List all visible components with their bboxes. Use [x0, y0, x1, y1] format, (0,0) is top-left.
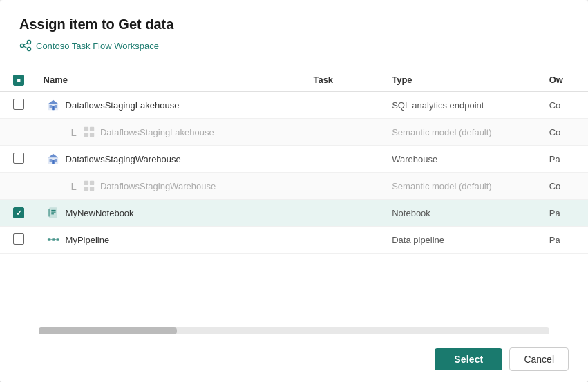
svg-rect-22: [90, 187, 94, 191]
table-row[interactable]: L DataflowsStagingLakehouseSemantic mode…: [0, 119, 588, 146]
item-name-label: MyNewNotebook: [66, 208, 134, 218]
row-task-cell: [305, 119, 383, 146]
row-task-cell: [305, 200, 383, 227]
row-checkbox-cell: [0, 146, 38, 173]
svg-rect-27: [48, 209, 50, 217]
row-name-cell: MyPipeline: [38, 227, 305, 254]
svg-rect-19: [84, 181, 88, 185]
items-table: Name Task Type Ow DataflowsStagingLakeho…: [0, 68, 588, 254]
items-table-container: Name Task Type Ow DataflowsStagingLakeho…: [0, 68, 588, 321]
svg-rect-12: [84, 133, 88, 137]
dialog-title: Assign item to Get data: [19, 17, 569, 32]
item-type-icon: [46, 152, 60, 166]
svg-marker-9: [48, 100, 57, 104]
workspace-label: Contoso Task Flow Workspace: [36, 41, 159, 51]
checkbox-box[interactable]: [13, 207, 24, 218]
row-checkbox[interactable]: [13, 99, 24, 110]
row-name-content: DataflowsStagingLakehouse: [46, 98, 297, 112]
svg-rect-17: [52, 160, 55, 164]
row-type-cell: Semantic model (default): [383, 173, 541, 200]
row-type-cell: SQL analytics endpoint: [383, 92, 541, 119]
row-name-content: DataflowsStagingWarehouse: [46, 152, 297, 166]
table-row[interactable]: MyPipelineData pipelinePa: [0, 227, 588, 254]
row-checkbox-cell: [0, 200, 38, 227]
svg-rect-21: [84, 187, 88, 191]
row-checkbox[interactable]: [13, 207, 24, 218]
item-name-label: DataflowsStagingLakehouse: [100, 127, 214, 137]
child-row-indent: L DataflowsStagingLakehouse: [46, 125, 297, 139]
col-header-task: Task: [305, 68, 383, 92]
row-task-cell: [305, 173, 383, 200]
select-button[interactable]: Select: [435, 348, 502, 370]
svg-marker-18: [48, 154, 57, 157]
svg-rect-23: [49, 208, 57, 218]
svg-rect-13: [90, 133, 94, 137]
item-name-label: DataflowsStagingWarehouse: [66, 154, 181, 164]
row-type-cell: Notebook: [383, 200, 541, 227]
child-row-indent: L DataflowsStagingWarehouse: [46, 179, 297, 193]
dialog-footer: Select Cancel: [0, 336, 588, 382]
row-checkbox-cell: [0, 92, 38, 119]
row-type-cell: Data pipeline: [383, 227, 541, 254]
svg-rect-16: [54, 159, 57, 162]
col-header-name: Name: [38, 68, 305, 92]
row-name-cell: DataflowsStagingLakehouse: [38, 92, 305, 119]
row-owner-cell: Pa: [541, 146, 588, 173]
svg-rect-10: [84, 127, 88, 131]
svg-rect-30: [56, 238, 59, 241]
row-task-cell: [305, 227, 383, 254]
row-owner-cell: Pa: [541, 227, 588, 254]
row-owner-cell: Pa: [541, 200, 588, 227]
row-owner-cell: Co: [541, 92, 588, 119]
row-type-cell: Semantic model (default): [383, 119, 541, 146]
row-checkbox-cell: [0, 173, 38, 200]
row-checkbox[interactable]: [13, 153, 24, 164]
child-bracket-icon: L: [71, 180, 77, 192]
workspace-row: Contoso Task Flow Workspace: [19, 39, 569, 52]
child-bracket-icon: L: [71, 126, 77, 138]
checkbox-box[interactable]: [13, 153, 24, 164]
row-name-cell: L DataflowsStagingLakehouse: [38, 119, 305, 146]
scrollbar-thumb[interactable]: [39, 327, 177, 334]
col-header-owner: Ow: [541, 68, 588, 92]
item-name-label: DataflowsStagingWarehouse: [100, 181, 216, 191]
svg-rect-7: [54, 105, 57, 108]
row-owner-cell: Co: [541, 119, 588, 146]
svg-line-3: [23, 43, 28, 45]
select-all-checkbox[interactable]: [13, 75, 24, 86]
row-owner-cell: Co: [541, 173, 588, 200]
table-row[interactable]: MyNewNotebookNotebookPa: [0, 200, 588, 227]
row-checkbox[interactable]: [13, 233, 24, 245]
checkbox-box[interactable]: [13, 99, 24, 110]
assign-item-dialog: Assign item to Get data Contoso Task Flo…: [0, 0, 588, 382]
svg-rect-8: [52, 106, 55, 110]
item-type-icon: [46, 206, 60, 220]
svg-point-1: [28, 41, 31, 44]
dialog-header: Assign item to Get data Contoso Task Flo…: [0, 0, 588, 68]
item-type-icon: [82, 125, 96, 139]
row-checkbox-cell: [0, 227, 38, 254]
workspace-icon: [19, 39, 32, 52]
cancel-button[interactable]: Cancel: [509, 347, 569, 371]
svg-line-4: [23, 46, 28, 48]
svg-point-0: [21, 44, 24, 48]
item-name-label: DataflowsStagingLakehouse: [66, 100, 180, 111]
svg-rect-28: [48, 238, 51, 241]
item-type-icon: [82, 179, 96, 193]
svg-rect-20: [90, 181, 94, 185]
row-name-content: MyNewNotebook: [46, 206, 297, 220]
svg-rect-29: [52, 238, 55, 241]
header-check[interactable]: [0, 68, 38, 92]
row-name-cell: MyNewNotebook: [38, 200, 305, 227]
svg-rect-11: [90, 127, 94, 131]
row-name-cell: DataflowsStagingWarehouse: [38, 146, 305, 173]
svg-rect-6: [49, 105, 52, 108]
horizontal-scrollbar[interactable]: [39, 327, 549, 334]
table-row[interactable]: DataflowsStagingWarehouseWarehousePa: [0, 146, 588, 173]
table-row[interactable]: L DataflowsStagingWarehouseSemantic mode…: [0, 173, 588, 200]
row-name-content: MyPipeline: [46, 233, 297, 247]
table-row[interactable]: DataflowsStagingLakehouseSQL analytics e…: [0, 92, 588, 119]
item-type-icon: [46, 233, 60, 247]
row-task-cell: [305, 146, 383, 173]
checkbox-box[interactable]: [13, 233, 24, 245]
